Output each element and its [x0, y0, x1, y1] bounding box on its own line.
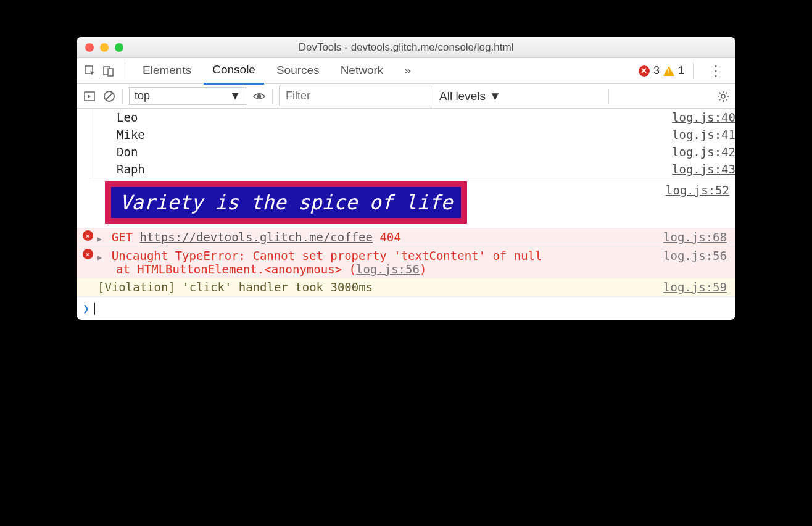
network-error-entry[interactable]: ✕ ▶ GET https://devtools.glitch.me/coffe…: [77, 228, 735, 247]
clear-console-icon[interactable]: [102, 90, 116, 103]
text-cursor: [94, 303, 95, 315]
stack-link[interactable]: log.js:56: [356, 262, 420, 276]
inspect-icon[interactable]: [83, 64, 97, 78]
filter-input[interactable]: [279, 86, 433, 106]
issue-counters[interactable]: ✕ 3 1: [639, 64, 684, 77]
source-link[interactable]: log.js:42: [672, 145, 735, 159]
log-entry[interactable]: Don log.js:42: [89, 143, 735, 161]
error-url[interactable]: https://devtools.glitch.me/coffee: [139, 230, 373, 244]
console-toolbar: top ▼ All levels ▼: [77, 84, 735, 109]
devtools-window: DevTools - devtools.glitch.me/console/lo…: [77, 37, 735, 320]
log-levels-selector[interactable]: All levels ▼: [439, 90, 501, 103]
source-link[interactable]: log.js:40: [672, 111, 735, 124]
error-icon: ✕: [83, 230, 93, 241]
error-count-icon: ✕: [639, 65, 650, 77]
error-message: Uncaught TypeError: Cannot set property …: [112, 249, 542, 262]
source-link[interactable]: log.js:56: [663, 249, 729, 262]
live-expression-icon[interactable]: [252, 90, 266, 103]
titlebar: DevTools - devtools.glitch.me/console/lo…: [77, 37, 735, 58]
tab-network[interactable]: Network: [332, 58, 392, 83]
log-entry[interactable]: Leo log.js:40: [89, 109, 735, 126]
chevron-down-icon: ▼: [489, 90, 501, 103]
more-menu-icon[interactable]: ⋮: [702, 62, 729, 80]
log-entry[interactable]: Mike log.js:41: [89, 126, 735, 143]
console-output: Leo log.js:40 Mike log.js:41 Don log.js:…: [77, 109, 735, 320]
error-icon: ✕: [83, 249, 93, 259]
svg-point-6: [257, 94, 261, 98]
tab-sources[interactable]: Sources: [268, 58, 328, 83]
expand-icon[interactable]: ▶: [97, 253, 102, 262]
svg-point-7: [721, 94, 725, 98]
http-method: GET: [112, 230, 133, 244]
tab-console[interactable]: Console: [204, 57, 264, 85]
context-selector[interactable]: top ▼: [129, 87, 246, 105]
source-link[interactable]: log.js:43: [672, 162, 735, 176]
console-settings-icon[interactable]: [717, 90, 729, 102]
traffic-lights: [77, 43, 123, 52]
styled-message: Variety is the spice of life: [105, 181, 467, 224]
error-count: 3: [653, 64, 660, 77]
levels-label: All levels: [439, 90, 486, 103]
minimize-window-icon[interactable]: [100, 43, 109, 52]
svg-line-15: [726, 92, 727, 93]
violation-text: [Violation] 'click' handler took 3000ms: [96, 280, 663, 294]
context-value: top: [135, 90, 150, 102]
source-link[interactable]: log.js:68: [663, 230, 729, 244]
svg-line-12: [719, 92, 720, 93]
window-title: DevTools - devtools.glitch.me/console/lo…: [77, 41, 735, 54]
source-link[interactable]: log.js:41: [672, 128, 735, 141]
svg-line-14: [719, 99, 720, 100]
chevron-down-icon: ▼: [230, 90, 241, 102]
log-group: Leo log.js:40 Mike log.js:41 Don log.js:…: [89, 109, 735, 178]
source-link[interactable]: log.js:59: [663, 280, 729, 294]
log-entry[interactable]: Raph log.js:43: [89, 161, 735, 178]
svg-line-5: [106, 93, 113, 100]
console-prompt[interactable]: ❯: [77, 297, 735, 320]
svg-line-13: [726, 99, 727, 100]
source-link[interactable]: log.js:52: [666, 181, 729, 197]
styled-log-entry[interactable]: Variety is the spice of life log.js:52: [77, 178, 735, 228]
exception-entry[interactable]: ✕ ▶ Uncaught TypeError: Cannot set prope…: [77, 247, 735, 278]
toggle-sidebar-icon[interactable]: [83, 90, 96, 103]
close-window-icon[interactable]: [85, 43, 94, 52]
warning-count: 1: [678, 64, 684, 77]
svg-rect-2: [108, 69, 113, 76]
prompt-caret-icon: ❯: [83, 302, 89, 315]
tab-elements[interactable]: Elements: [134, 58, 200, 83]
zoom-window-icon[interactable]: [115, 43, 123, 52]
expand-icon[interactable]: ▶: [97, 235, 102, 243]
warning-count-icon: [663, 66, 674, 76]
http-status: 404: [379, 230, 400, 244]
tab-overflow[interactable]: »: [396, 58, 420, 83]
panel-tabbar: Elements Console Sources Network » ✕ 3 1…: [77, 58, 735, 84]
violation-entry[interactable]: [Violation] 'click' handler took 3000ms …: [77, 278, 735, 297]
device-toolbar-icon[interactable]: [101, 64, 116, 78]
